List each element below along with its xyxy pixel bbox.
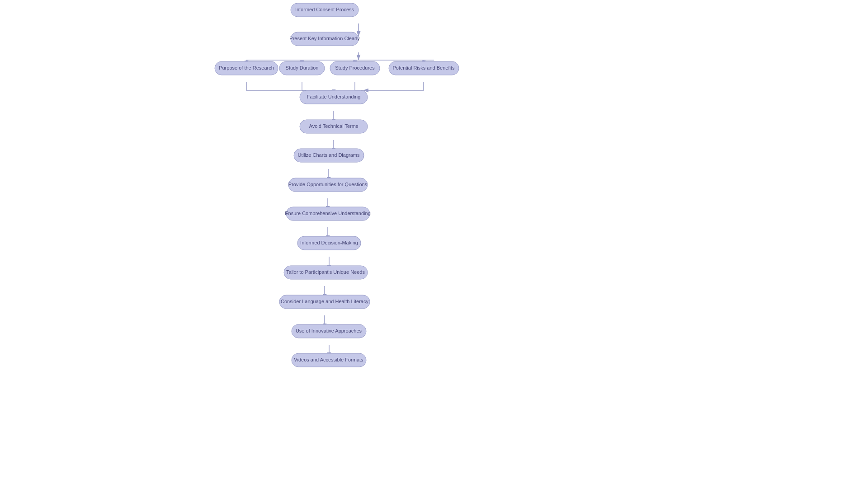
informed-consent-label: Informed Consent Process <box>295 7 354 12</box>
path-risks <box>363 82 424 90</box>
facilitate-label: Facilitate Understanding <box>307 94 361 99</box>
risks-label: Potential Risks and Benefits <box>393 65 455 70</box>
avoid-technical-label: Avoid Technical Terms <box>309 123 359 129</box>
decision-making-label: Informed Decision-Making <box>300 240 358 245</box>
duration-label: Study Duration <box>286 65 319 70</box>
diagram-container: Informed Consent Process Present Key Inf… <box>0 0 868 488</box>
language-label: Consider Language and Health Literacy <box>281 299 368 304</box>
opportunities-label: Provide Opportunities for Questions <box>288 182 368 187</box>
videos-label: Videos and Accessible Formats <box>294 357 363 362</box>
charts-label: Utilize Charts and Diagrams <box>298 152 360 158</box>
procedures-label: Study Procedures <box>335 65 375 70</box>
innovative-label: Use of Innovative Approaches <box>296 328 362 333</box>
comprehensive-label: Ensure Comprehensive Understanding <box>285 211 371 216</box>
purpose-label: Purpose of the Research <box>219 65 274 70</box>
present-key-label: Present Key Information Clearly <box>289 36 360 41</box>
tailor-label: Tailor to Participant's Unique Needs <box>286 269 365 275</box>
